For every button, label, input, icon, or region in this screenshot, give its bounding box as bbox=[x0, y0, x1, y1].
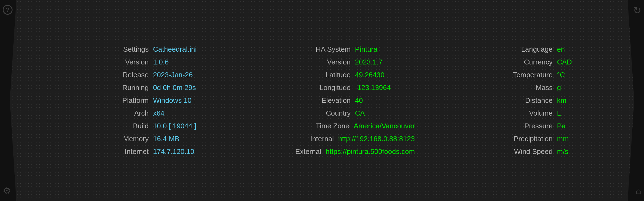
value-units-2: °C bbox=[557, 71, 617, 79]
value-units-8: m/s bbox=[557, 147, 617, 156]
value-ha-1: 2023.1.7 bbox=[355, 58, 415, 66]
info-column-ha: HA SystemPinturaVersion2023.1.7Latitude4… bbox=[229, 44, 415, 157]
label-ha-6: Time Zone bbox=[306, 122, 349, 130]
label-units-6: Pressure bbox=[509, 122, 553, 130]
value-ha-7: http://192.168.0.88:8123 bbox=[338, 135, 415, 143]
value-units-1: CAD bbox=[557, 58, 617, 66]
info-row: PlatformWindows 10 bbox=[27, 95, 213, 106]
gear-icon[interactable]: ⚙ bbox=[3, 185, 11, 196]
value-units-3: g bbox=[557, 84, 617, 92]
label-ha-2: Latitude bbox=[307, 71, 351, 79]
info-row: Version2023.1.7 bbox=[229, 57, 415, 67]
label-units-8: Wind Speed bbox=[509, 147, 553, 156]
info-column-system: SettingsCatheedral.iniVersion1.0.6Releas… bbox=[27, 44, 213, 157]
info-row: HA SystemPintura bbox=[229, 44, 415, 55]
label-units-1: Currency bbox=[509, 58, 553, 66]
value-system-7: 16.4 MB bbox=[153, 135, 213, 143]
info-row: Time ZoneAmerica/Vancouver bbox=[229, 121, 415, 131]
info-row: Archx64 bbox=[27, 108, 213, 119]
value-system-2: 2023-Jan-26 bbox=[153, 71, 213, 79]
label-ha-8: External bbox=[278, 147, 321, 156]
info-row: Longitude-123.13964 bbox=[229, 82, 415, 93]
label-ha-3: Longitude bbox=[307, 84, 351, 92]
question-icon[interactable]: ? bbox=[3, 5, 13, 15]
info-row: Wind Speedm/s bbox=[431, 146, 617, 157]
value-units-5: L bbox=[557, 109, 617, 117]
info-row: Version1.0.6 bbox=[27, 57, 213, 67]
value-ha-2: 49.26430 bbox=[355, 71, 415, 79]
label-units-5: Volume bbox=[509, 109, 553, 117]
refresh-icon[interactable]: ↻ bbox=[633, 5, 641, 16]
label-system-6: Build bbox=[105, 122, 149, 130]
label-system-0: Settings bbox=[105, 45, 149, 54]
label-units-2: Temperature bbox=[509, 71, 553, 79]
info-row: Memory16.4 MB bbox=[27, 134, 213, 144]
value-system-0: Catheedral.ini bbox=[153, 45, 213, 54]
info-row: CountryCA bbox=[229, 108, 415, 119]
label-ha-0: HA System bbox=[307, 45, 351, 54]
label-units-7: Precipitation bbox=[509, 135, 553, 143]
info-row: Build10.0 [ 19044 ] bbox=[27, 121, 213, 131]
label-ha-1: Version bbox=[307, 58, 351, 66]
label-system-1: Version bbox=[105, 58, 149, 66]
info-row: Internet174.7.120.10 bbox=[27, 146, 213, 157]
label-ha-7: Internal bbox=[290, 135, 334, 143]
value-ha-6: America/Vancouver bbox=[354, 122, 415, 130]
info-row: Distancekm bbox=[431, 95, 617, 106]
label-system-2: Release bbox=[105, 71, 149, 79]
info-row: Internalhttp://192.168.0.88:8123 bbox=[229, 134, 415, 144]
main-content: SettingsCatheedral.iniVersion1.0.6Releas… bbox=[16, 0, 628, 201]
info-row: Languageen bbox=[431, 44, 617, 55]
label-system-3: Running bbox=[105, 84, 149, 92]
label-ha-5: Country bbox=[307, 109, 351, 117]
label-ha-4: Elevation bbox=[307, 96, 351, 105]
value-units-6: Pa bbox=[557, 122, 617, 130]
value-ha-0: Pintura bbox=[355, 45, 415, 54]
value-system-4: Windows 10 bbox=[153, 96, 213, 105]
info-row: Temperature°C bbox=[431, 70, 617, 80]
info-grid: SettingsCatheedral.iniVersion1.0.6Releas… bbox=[27, 44, 617, 157]
value-ha-5: CA bbox=[355, 109, 415, 117]
label-system-7: Memory bbox=[105, 135, 149, 143]
value-system-1: 1.0.6 bbox=[153, 58, 213, 66]
question-circle: ? bbox=[3, 5, 13, 15]
value-units-7: mm bbox=[557, 135, 617, 143]
value-units-4: km bbox=[557, 96, 617, 105]
label-system-4: Platform bbox=[105, 96, 149, 105]
label-units-4: Distance bbox=[509, 96, 553, 105]
value-ha-3: -123.13964 bbox=[355, 84, 415, 92]
info-row: Elevation40 bbox=[229, 95, 415, 106]
info-row: PressurePa bbox=[431, 121, 617, 131]
info-row: Latitude49.26430 bbox=[229, 70, 415, 80]
value-system-6: 10.0 [ 19044 ] bbox=[153, 122, 213, 130]
info-row: SettingsCatheedral.ini bbox=[27, 44, 213, 55]
info-row: Release2023-Jan-26 bbox=[27, 70, 213, 80]
label-system-5: Arch bbox=[105, 109, 149, 117]
value-system-8: 174.7.120.10 bbox=[153, 147, 213, 156]
info-row: CurrencyCAD bbox=[431, 57, 617, 67]
info-column-units: LanguageenCurrencyCADTemperature°CMassgD… bbox=[431, 44, 617, 157]
info-row: Externalhttps://pintura.500foods.com bbox=[229, 146, 415, 157]
home-icon[interactable]: ⌂ bbox=[636, 185, 641, 196]
value-system-5: x64 bbox=[153, 109, 213, 117]
info-row: Massg bbox=[431, 82, 617, 93]
label-system-8: Internet bbox=[105, 147, 149, 156]
info-row: Running0d 0h 0m 29s bbox=[27, 82, 213, 93]
value-ha-4: 40 bbox=[355, 96, 415, 105]
value-ha-8: https://pintura.500foods.com bbox=[326, 147, 415, 156]
label-units-0: Language bbox=[509, 45, 553, 54]
value-system-3: 0d 0h 0m 29s bbox=[153, 84, 213, 92]
label-units-3: Mass bbox=[509, 84, 553, 92]
info-row: VolumeL bbox=[431, 108, 617, 119]
value-units-0: en bbox=[557, 45, 617, 54]
info-row: Precipitationmm bbox=[431, 134, 617, 144]
